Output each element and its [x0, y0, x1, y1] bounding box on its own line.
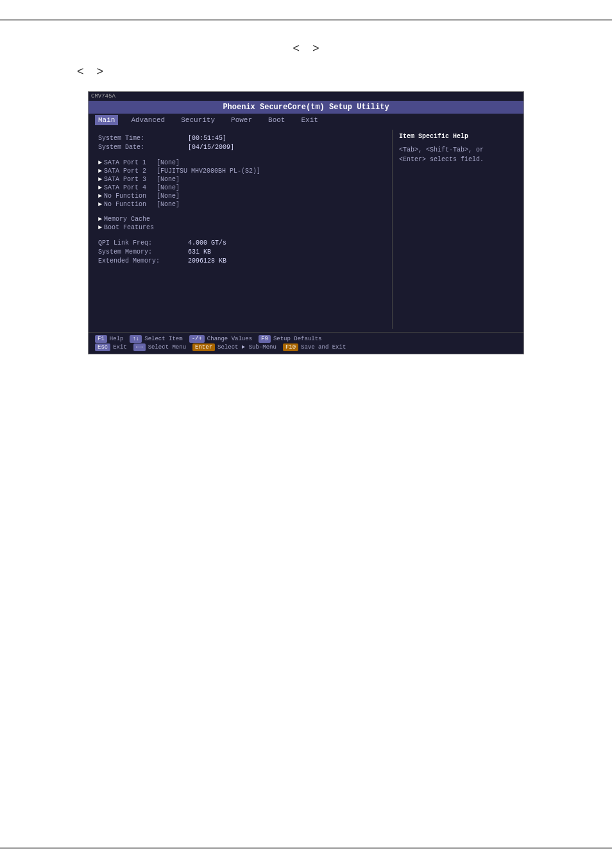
- bios-qpi-value: 4.000 GT/s: [188, 239, 226, 247]
- nav-right-lower: >: [97, 65, 104, 78]
- bios-desc-setup-defaults: Setup Defaults: [273, 336, 322, 342]
- bios-key-esc: Esc: [95, 343, 110, 351]
- bios-desc-save-exit: Save and Exit: [301, 344, 346, 351]
- bios-key-leftright: ←→: [133, 343, 146, 351]
- bios-boot-features-label: Boot Features: [104, 224, 154, 231]
- bios-menu-bar: Main Advanced Security Power Boot Exit: [89, 114, 523, 126]
- bios-system-memory-label: System Memory:: [98, 248, 188, 256]
- bios-system-memory-row: System Memory: 631 KB: [98, 248, 386, 256]
- bios-sata-4-value: [None]: [157, 184, 180, 191]
- bios-right-panel: Item Specific Help <Tab>, <Shift-Tab>, o…: [392, 130, 520, 329]
- bios-system-date-row: System Date: [04/15/2009]: [98, 144, 386, 151]
- bios-menu-main[interactable]: Main: [95, 115, 118, 125]
- bios-footer-enter: Enter Select ► Sub-Menu: [192, 343, 276, 351]
- bios-key-f1: F1: [95, 335, 107, 343]
- bios-qpi-label: QPI Link Freq:: [98, 239, 188, 247]
- bios-footer-f10: F10 Save and Exit: [283, 343, 346, 351]
- bios-footer-updown: ↑↓ Select Item: [130, 335, 182, 343]
- bios-key-enter: Enter: [192, 343, 215, 351]
- bios-menu-advanced[interactable]: Advanced: [128, 115, 168, 125]
- bios-desc-select-submenu: Select ► Sub-Menu: [217, 344, 276, 351]
- bios-no-function-1-value: [None]: [157, 193, 180, 200]
- bios-help-title: Item Specific Help: [399, 133, 514, 140]
- bios-qpi-row: QPI Link Freq: 4.000 GT/s: [98, 239, 386, 247]
- nav-symbols-lower: < >: [77, 65, 574, 78]
- bios-key-f10: F10: [283, 343, 298, 351]
- bios-sata-port-4[interactable]: ►SATA Port 4 [None]: [98, 184, 386, 191]
- bios-no-function-2-value: [None]: [157, 201, 180, 208]
- bios-sata-1-value: [None]: [157, 159, 180, 166]
- bios-sata-4-label: SATA Port 4: [104, 184, 146, 191]
- bios-no-function-1-label: No Function: [104, 193, 146, 200]
- bios-no-function-2-label: No Function: [104, 201, 146, 208]
- bios-title-bar: Phoenix SecureCore(tm) Setup Utility: [89, 101, 523, 114]
- bios-sata-3-label: SATA Port 3: [104, 176, 146, 183]
- bios-footer-esc: Esc Exit: [95, 343, 127, 351]
- nav-symbols-upper: < >: [38, 42, 574, 55]
- bios-footer-row-2: Esc Exit ←→ Select Menu Enter Select ► S…: [95, 343, 517, 351]
- bios-no-function-2[interactable]: ►No Function [None]: [98, 201, 386, 208]
- bios-menu-exit[interactable]: Exit: [298, 115, 321, 125]
- bottom-border: [0, 847, 612, 849]
- bios-boot-features[interactable]: ►Boot Features: [98, 224, 386, 231]
- bios-key-change: -/+: [189, 335, 205, 343]
- bios-footer-row-1: F1 Help ↑↓ Select Item -/+ Change Values…: [95, 335, 517, 343]
- bios-key-f9: F9: [259, 335, 271, 343]
- bios-system-date-label: System Date:: [98, 144, 188, 151]
- bios-memory-cache-label: Memory Cache: [104, 216, 150, 223]
- bios-menu-power[interactable]: Power: [228, 115, 255, 125]
- bios-system-date-value[interactable]: [04/15/2009]: [188, 144, 234, 151]
- bios-body: System Time: [00:51:45] System Date: [04…: [89, 126, 523, 332]
- bios-footer-leftright: ←→ Select Menu: [133, 343, 186, 351]
- bios-desc-help: Help: [110, 336, 124, 342]
- bios-sata-port-1[interactable]: ►SATA Port 1 [None]: [98, 159, 386, 166]
- bios-sata-2-label: SATA Port 2: [104, 168, 146, 175]
- bios-sata-1-label: SATA Port 1: [104, 159, 146, 166]
- bios-desc-exit: Exit: [113, 344, 127, 351]
- bios-footer: F1 Help ↑↓ Select Item -/+ Change Values…: [89, 332, 523, 354]
- bios-extended-memory-value: 2096128 KB: [188, 257, 226, 265]
- bios-sata-port-3[interactable]: ►SATA Port 3 [None]: [98, 176, 386, 183]
- bios-desc-select-item: Select Item: [144, 336, 182, 342]
- bios-menu-security[interactable]: Security: [178, 115, 218, 125]
- bios-sata-3-value: [None]: [157, 176, 180, 183]
- bios-no-function-1[interactable]: ►No Function [None]: [98, 193, 386, 200]
- bios-extended-memory-row: Extended Memory: 2096128 KB: [98, 257, 386, 265]
- bios-key-updown: ↑↓: [130, 335, 142, 343]
- bios-system-time-row: System Time: [00:51:45]: [98, 135, 386, 142]
- bios-model-label: CMV745A: [91, 93, 115, 100]
- bios-left-panel: System Time: [00:51:45] System Date: [04…: [92, 130, 392, 329]
- nav-left-lower: <: [77, 65, 84, 78]
- bios-screenshot: CMV745A Phoenix SecureCore(tm) Setup Uti…: [88, 91, 524, 354]
- bios-sata-2-value: [FUJITSU MHV2080BH PL-(S2)]: [157, 168, 260, 175]
- nav-left-upper: <: [293, 42, 300, 55]
- bios-system-time-value[interactable]: [00:51:45]: [188, 135, 226, 142]
- bios-system-time-label: System Time:: [98, 135, 188, 142]
- bios-sata-port-2[interactable]: ►SATA Port 2 [FUJITSU MHV2080BH PL-(S2)]: [98, 168, 386, 175]
- bios-footer-f1: F1 Help: [95, 335, 123, 343]
- nav-right-upper: >: [312, 42, 319, 55]
- bios-footer-change: -/+ Change Values: [189, 335, 252, 343]
- bios-footer-f9: F9 Setup Defaults: [259, 335, 321, 343]
- bios-memory-cache[interactable]: ►Memory Cache: [98, 216, 386, 223]
- bios-menu-boot[interactable]: Boot: [265, 115, 288, 125]
- bios-desc-change-values: Change Values: [207, 336, 252, 342]
- bios-help-text: <Tab>, <Shift-Tab>, or <Enter> selects f…: [399, 145, 514, 164]
- bios-system-memory-value: 631 KB: [188, 248, 211, 256]
- bios-desc-select-menu: Select Menu: [148, 344, 186, 351]
- bios-extended-memory-label: Extended Memory:: [98, 257, 188, 265]
